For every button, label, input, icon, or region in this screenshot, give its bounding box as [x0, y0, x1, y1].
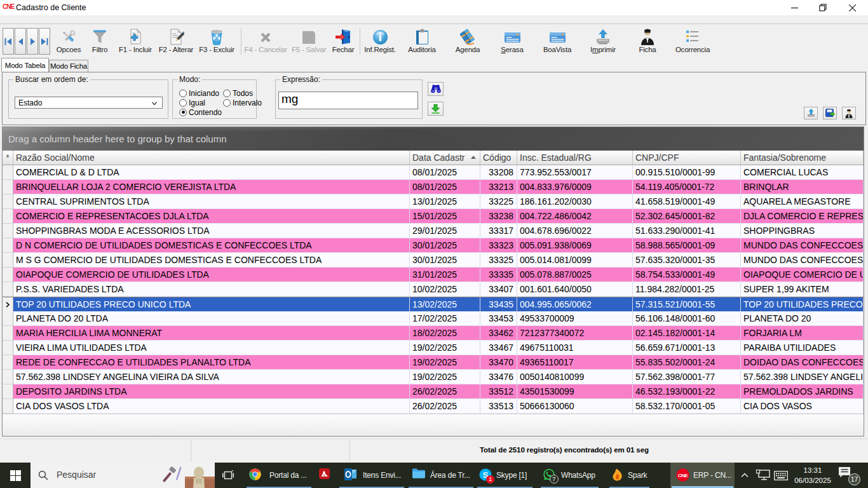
table-row[interactable]: DEPOSITO JARDINS LTDA26/02/2025335124350… — [3, 384, 864, 399]
cell-fantasia: CIA DOS VASOS — [741, 399, 864, 414]
cell-data: 17/02/2025 — [410, 311, 480, 326]
tray-network-button[interactable] — [756, 463, 770, 488]
taskbar-app-spark[interactable]: Spark — [608, 463, 651, 488]
cell-codigo: 33238 — [480, 209, 517, 224]
row-marker — [3, 326, 13, 341]
column-header-razao[interactable]: Razão Social/Nome — [13, 151, 410, 165]
cell-cnpj: 52.302.645/0001-82 — [633, 209, 741, 224]
taskbar-app-erp[interactable]: CNEERP - CN... — [670, 463, 735, 488]
table-row[interactable]: M S G COMERCIO DE UTILIDADES DOMESTICAS … — [3, 253, 864, 268]
group-by-bar[interactable]: Drag a column header here to group by th… — [3, 127, 864, 151]
cell-data: 19/02/2025 — [410, 341, 480, 355]
radio-iniciando[interactable]: Iniciando — [179, 88, 222, 98]
minimize-button[interactable] — [783, 0, 805, 15]
taskbar-app-acrobat[interactable] — [318, 463, 333, 488]
mode-groupbox: Modo: IniciandoIgualContendo TodosInterv… — [172, 79, 257, 119]
radio-label: Intervalo — [233, 98, 262, 107]
table-row[interactable]: P.S.S. VARIEDADES LTDA10/02/202533407001… — [3, 282, 864, 297]
table-row[interactable]: PLANETA DO 20 LTDA17/02/2025334534953370… — [3, 311, 864, 326]
table-row[interactable]: 57.562.398 LINDSEY ANGELINA VIEIRA DA SI… — [3, 370, 864, 384]
column-header-cnpj[interactable]: CNPJ/CPF — [633, 151, 741, 165]
cell-codigo: 33325 — [480, 253, 517, 268]
cell-data: 31/01/2025 — [410, 268, 480, 282]
taskbar-app-chrome[interactable]: Portal da ... — [245, 463, 313, 488]
table-row[interactable]: REDE DE CONFECCAO E UTILIDADES PLANALTO … — [3, 355, 864, 370]
cell-fantasia: PLANETA DO 20 — [741, 311, 864, 326]
radio-todos[interactable]: Todos — [223, 88, 262, 98]
taskbar-search-input[interactable]: Pesquisar — [31, 463, 215, 488]
export-grid-button[interactable] — [823, 107, 837, 119]
status-separator — [191, 440, 191, 462]
taskbar-app-skype[interactable]: SSkype [1]1 — [476, 463, 534, 488]
taskbar-app-whatsapp[interactable]: WhatsApp7 — [539, 463, 600, 488]
list-icon — [654, 27, 731, 45]
spark-icon — [612, 468, 623, 484]
taskbar-clock[interactable]: 13:31 06/03/2025 — [790, 465, 836, 485]
column-header-codigo[interactable]: Código — [480, 151, 517, 165]
row-marker — [3, 311, 13, 326]
client-card-button[interactable] — [842, 107, 856, 119]
start-button[interactable] — [0, 463, 31, 488]
tray-keyboard-button[interactable] — [774, 463, 788, 488]
table-row[interactable]: COMERCIAL D & D LTDA08/01/202533208773.9… — [3, 165, 864, 180]
taskbar-app-label: WhatsApp — [561, 471, 595, 480]
taskbar-app-explorer[interactable]: Área de Tr... — [407, 463, 475, 488]
table-row[interactable]: COMERCIO E REPRESENTACOES DJLA LTDA15/01… — [3, 209, 864, 224]
cell-razao: P.S.S. VARIEDADES LTDA — [13, 282, 410, 297]
task-view-button[interactable] — [219, 463, 238, 488]
radio-circle-icon — [223, 90, 231, 97]
whatsapp-badge: 7 — [550, 475, 559, 484]
restore-icon — [819, 4, 827, 11]
next-match-button[interactable] — [428, 102, 444, 116]
radio-igual[interactable]: Igual — [179, 98, 222, 107]
search-button[interactable] — [428, 82, 444, 96]
table-row[interactable]: CENTRAL SUPRIMENTOS LTDA13/01/2025332251… — [3, 194, 864, 209]
table-row[interactable]: SHOPPINGBRAS MODA E ACESSORIOS LTDA29/01… — [3, 224, 864, 238]
task-view-icon — [222, 470, 234, 480]
table-row[interactable]: MARIA HERCILIA LIMA MONNERAT18/02/202533… — [3, 326, 864, 341]
radio-contendo[interactable]: Contendo — [179, 107, 222, 117]
restore-button[interactable] — [812, 0, 834, 15]
tab-modo-tabela[interactable]: Modo Tabela — [1, 58, 49, 72]
radio-label: Todos — [233, 89, 253, 98]
cell-insc: 7212377340072 — [517, 326, 633, 341]
cell-razao: 57.562.398 LINDSEY ANGELINA VIEIRA DA SI… — [13, 370, 410, 384]
notification-center-button[interactable]: 17 — [837, 466, 851, 480]
taskbar-app-outlook[interactable]: Itens Envi... — [338, 463, 405, 488]
print-grid-button[interactable] — [804, 107, 818, 119]
column-header-marker[interactable]: * — [3, 151, 13, 165]
table-row[interactable]: VIEIRA LIMA UTILIDADES LTDA19/02/2025334… — [3, 341, 864, 355]
cell-razao: D N COMERCIO DE UTILIDADES DOMESTICAS E … — [13, 238, 410, 253]
cell-codigo: 33513 — [480, 399, 517, 414]
acrobat-icon — [319, 468, 330, 482]
cell-fantasia: TOP 20 UTILIDADES PRECO UNICO — [741, 297, 864, 312]
nav-first-button[interactable] — [3, 28, 14, 55]
column-header-insc[interactable]: Insc. Estadual/RG — [517, 151, 633, 165]
toolbar-button-ocorrencia[interactable]: Ocorrencia — [654, 27, 731, 56]
toolbar-separator — [241, 28, 241, 55]
column-header-data[interactable]: Data Cadastr — [410, 151, 480, 165]
cell-data: 08/01/2025 — [410, 165, 480, 180]
cell-fantasia: COMERCIAL LUCAS — [741, 165, 864, 180]
order-combobox[interactable]: Estado — [15, 97, 163, 109]
cell-codigo: 33317 — [480, 224, 517, 238]
table-row[interactable]: D N COMERCIO DE UTILIDADES DOMESTICAS E … — [3, 238, 864, 253]
table-row[interactable]: TOP 20 UTILIDADES PRECO UNICO LTDA13/02/… — [3, 297, 864, 311]
tab-modo-ficha[interactable]: Modo Ficha — [49, 60, 88, 72]
order-groupbox-label: Buscar em ordem de: — [13, 75, 90, 84]
cell-codigo: 33467 — [480, 341, 517, 355]
row-marker — [3, 282, 13, 297]
taskbar-app-label: Área de Tr... — [430, 471, 470, 480]
cell-cnpj: 56.659.671/0001-13 — [633, 341, 741, 355]
cell-cnpj: 56.106.148/0001-60 — [633, 311, 741, 326]
table-row[interactable]: CIA DOS VASOS LTDA26/02/2025335135066613… — [3, 399, 864, 414]
close-button[interactable] — [841, 0, 863, 15]
table-row[interactable]: BRINQUELLAR LOJA 2 COMERCIO VEREJISTA LT… — [3, 180, 864, 194]
tray-chevron-button[interactable] — [741, 463, 749, 488]
cell-data: 08/01/2025 — [410, 180, 480, 194]
expression-input[interactable]: mg — [278, 92, 418, 109]
table-row[interactable]: OIAPOQUE COMERCIO DE UTILIDADES LTDA31/0… — [3, 268, 864, 282]
column-header-fantasia[interactable]: Fantasia/Sobrenome — [741, 151, 864, 165]
radio-intervalo[interactable]: Intervalo — [223, 98, 262, 107]
nav-previous-button[interactable] — [15, 28, 26, 55]
